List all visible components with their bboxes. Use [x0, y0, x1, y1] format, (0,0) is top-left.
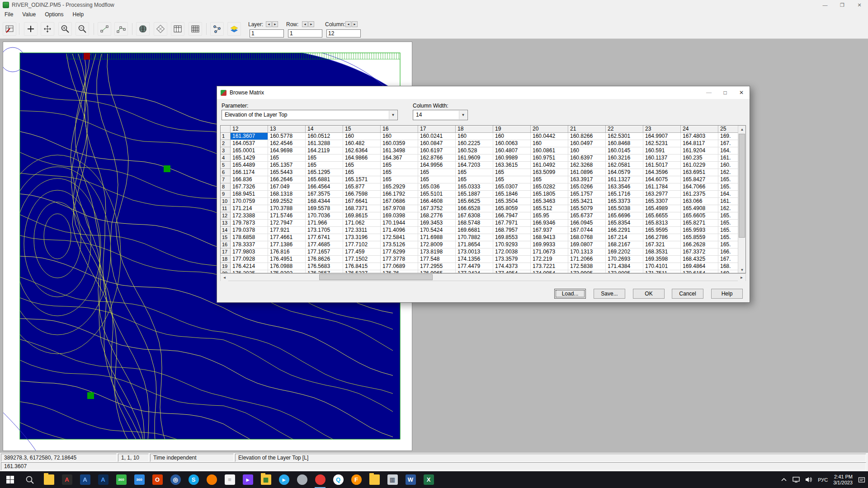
- grid-cell[interactable]: 166.1792: [381, 191, 418, 198]
- help-button[interactable]: Help: [711, 289, 743, 299]
- chevron-down-icon[interactable]: ▼: [389, 111, 397, 119]
- grid-cell[interactable]: 164.6075: [643, 176, 681, 183]
- grid-cell[interactable]: 169.8615: [343, 212, 381, 220]
- grid-cell[interactable]: 173.9905: [568, 270, 606, 273]
- grid-cell[interactable]: 165.: [718, 220, 739, 227]
- grid-cell[interactable]: 167.6308: [456, 212, 493, 220]
- grid-cell[interactable]: 177.0928: [231, 256, 268, 263]
- grid-cell[interactable]: 177.3778: [381, 256, 418, 263]
- save-button[interactable]: Save...: [594, 289, 625, 299]
- grid-cell[interactable]: 165.1757: [568, 191, 606, 198]
- grid-cell[interactable]: 160.8266: [568, 133, 606, 140]
- grid-cell[interactable]: 170.7036: [306, 212, 343, 220]
- grid-cell[interactable]: 165: [306, 162, 343, 169]
- grid-cell[interactable]: 165.1846: [493, 191, 531, 198]
- grid-cell[interactable]: 167.3372: [681, 249, 718, 256]
- grid-cell[interactable]: 171.4096: [381, 227, 418, 234]
- dialog-minimize-button[interactable]: —: [701, 86, 717, 99]
- grid-row-header[interactable]: 8: [221, 183, 231, 191]
- grid-cell[interactable]: 160.0512: [306, 133, 343, 140]
- grid-cell[interactable]: 162.: [718, 205, 739, 212]
- grid-cell[interactable]: 171.062: [343, 220, 381, 227]
- grid-row-header[interactable]: 7: [221, 176, 231, 183]
- grid-cell[interactable]: 160.528: [456, 147, 493, 155]
- grid-cell[interactable]: 170.2693: [606, 256, 643, 263]
- grid-cell[interactable]: 171.4384: [606, 263, 643, 270]
- grid-row-header[interactable]: 6: [221, 169, 231, 176]
- row-prev-button[interactable]: ◄: [302, 21, 308, 27]
- grid-cell[interactable]: 177.4661: [268, 234, 306, 241]
- grid-cell[interactable]: 165.2929: [381, 183, 418, 191]
- grid-cell[interactable]: 165: [531, 176, 568, 183]
- volume-icon[interactable]: [805, 477, 812, 483]
- grid-cell[interactable]: 168.4344: [306, 198, 343, 205]
- grid-cell[interactable]: 162.5301: [606, 133, 643, 140]
- grid-cell[interactable]: 160.3216: [606, 155, 643, 162]
- grid-cell[interactable]: 168.2167: [606, 241, 643, 249]
- grid-cell[interactable]: 165: [381, 176, 418, 183]
- grid-cell[interactable]: 169.8553: [493, 234, 531, 241]
- grid-cell[interactable]: 169.: [718, 133, 739, 140]
- grid-row-header[interactable]: 5: [221, 162, 231, 169]
- grid-cell[interactable]: 176.5237: [343, 270, 381, 273]
- grid-cell[interactable]: 166.2786: [643, 234, 681, 241]
- grid-cell[interactable]: 165.9595: [643, 227, 681, 234]
- grid-cell[interactable]: 167.3752: [418, 205, 456, 212]
- grid-cell[interactable]: 164.2119: [306, 147, 343, 155]
- grid-cell[interactable]: 161.: [718, 198, 739, 205]
- grid-cell[interactable]: 165: [343, 169, 381, 176]
- grid-cell[interactable]: 174.0954: [531, 270, 568, 273]
- grid-cell[interactable]: 165.9593: [681, 227, 718, 234]
- grid-cell[interactable]: 177.1657: [306, 249, 343, 256]
- grid-cell[interactable]: 164.9907: [643, 133, 681, 140]
- grid-cell[interactable]: 173.3579: [493, 256, 531, 263]
- grid-cell[interactable]: 160.6397: [568, 155, 606, 162]
- grid-cell[interactable]: 167.7326: [231, 183, 268, 191]
- grid-cell[interactable]: 165.877: [343, 183, 381, 191]
- grid-columns-button[interactable]: [171, 22, 184, 36]
- grid-cell[interactable]: 165.: [718, 183, 739, 191]
- grid-cell[interactable]: 164.: [718, 147, 739, 155]
- grid-col-header[interactable]: 16: [381, 126, 418, 133]
- minimize-button[interactable]: —: [816, 0, 834, 10]
- grid-row-header[interactable]: 9: [221, 191, 231, 198]
- taskbar-item-system-tool[interactable]: ▥: [383, 471, 401, 488]
- grid-cell[interactable]: 177.1386: [268, 241, 306, 249]
- grid-cell[interactable]: 166.7947: [493, 212, 531, 220]
- dialog-close-button[interactable]: ✕: [733, 86, 750, 99]
- grid-cell[interactable]: 160.591: [643, 147, 681, 155]
- grid-cell[interactable]: 170.6154: [681, 270, 718, 273]
- dialog-titlebar[interactable]: Browse Matrix: [217, 86, 750, 99]
- parameter-select[interactable]: Elevation of the Layer Top ▼: [222, 110, 398, 120]
- grid-cell[interactable]: 178.6858: [231, 234, 268, 241]
- grid-cell[interactable]: 165.5038: [606, 205, 643, 212]
- grid-cell[interactable]: 176.0988: [268, 263, 306, 270]
- grid-col-header[interactable]: 12: [231, 126, 268, 133]
- grid-cell[interactable]: 168.2776: [418, 212, 456, 220]
- grid-cell[interactable]: 169.0398: [381, 212, 418, 220]
- grid-cell[interactable]: 177.1502: [343, 256, 381, 263]
- grid-row-header[interactable]: 17: [221, 249, 231, 256]
- menu-file[interactable]: File: [0, 10, 18, 19]
- grid-cell[interactable]: 176.8415: [343, 263, 381, 270]
- grid-cell[interactable]: 165.6625: [456, 198, 493, 205]
- grid-cell[interactable]: 168.0768: [568, 234, 606, 241]
- grid-cell[interactable]: 160.0241: [418, 133, 456, 140]
- menu-value[interactable]: Value: [18, 10, 40, 19]
- grid-cell[interactable]: 167.214: [606, 234, 643, 241]
- grid-cell[interactable]: 162.3268: [568, 162, 606, 169]
- grid-cell[interactable]: 171.214: [231, 205, 268, 212]
- grid-cell[interactable]: 164.0579: [606, 169, 643, 176]
- grid-cell[interactable]: 160.0861: [531, 147, 568, 155]
- grid-cell[interactable]: 161.3607: [231, 133, 268, 140]
- menu-help[interactable]: Help: [68, 10, 89, 19]
- grid-cell[interactable]: 165.6655: [643, 212, 681, 220]
- grid-cell[interactable]: 165.1571: [343, 176, 381, 183]
- grid-row-header[interactable]: 1: [221, 133, 231, 140]
- column-next-button[interactable]: ►: [352, 21, 358, 27]
- vertex-edit-button[interactable]: [98, 22, 111, 36]
- column-prev-button[interactable]: ◄: [345, 21, 351, 27]
- grid-cell[interactable]: 165.0282: [531, 183, 568, 191]
- grid-cell[interactable]: 177.921: [268, 227, 306, 234]
- grid-row-header[interactable]: 16: [221, 241, 231, 249]
